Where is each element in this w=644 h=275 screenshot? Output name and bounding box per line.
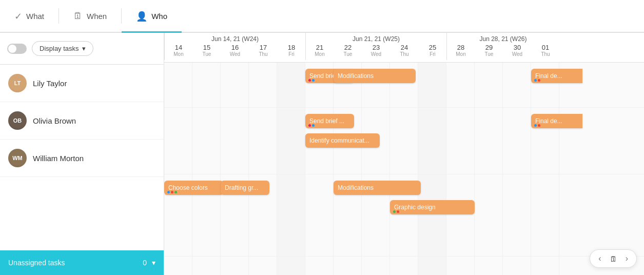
task-dots-2 [534, 124, 540, 127]
prev-button[interactable]: ‹ [595, 253, 604, 264]
calendar-header: Jun 14, 21 (W24) 14Mon 15Tue 16Wed 17Thu… [164, 33, 644, 63]
task-william-graphic-design[interactable]: Graphic design [390, 200, 475, 214]
task-dots-2 [393, 210, 399, 213]
week-25-label: Jun 21, 21 (W25) [306, 33, 446, 44]
dot-blue [312, 124, 315, 127]
task-william-drafting[interactable]: Drafting gr... [221, 181, 269, 195]
calendar-tab-icon: 🗓 [73, 11, 83, 22]
lane-william: Choose colors Drafting gr... Modificatio… [164, 174, 644, 257]
day-30: 30Wed [503, 44, 532, 60]
unassigned-tasks-row[interactable]: Unassigned tasks 0 ▾ [0, 250, 164, 275]
day-15: 15Tue [193, 44, 221, 60]
day-29: 29Tue [475, 44, 503, 60]
person-row-william[interactable]: WM William Morton [0, 140, 164, 177]
unassigned-count: 0 [143, 259, 147, 267]
day-18: 18Fri [278, 44, 306, 60]
task-william-modifications[interactable]: Modifications [334, 181, 421, 195]
tab-what[interactable]: ✓ What [0, 1, 58, 33]
task-olivia-identify[interactable]: Identify communicat... [305, 133, 380, 148]
task-label: Modifications [338, 184, 374, 191]
display-tasks-button[interactable]: Display tasks ▾ [32, 41, 93, 56]
task-label: Send brief ... [309, 117, 344, 125]
tab-when[interactable]: 🗓 When [59, 1, 121, 33]
calendar-area: Jun 14, 21 (W24) 14Mon 15Tue 16Wed 17Thu… [164, 33, 644, 275]
week-group-25: Jun 21, 21 (W25) 21Mon 22Tue 23Wed 24Thu… [305, 33, 446, 60]
day-23: 23Wed [362, 44, 391, 60]
person-row-olivia[interactable]: OB Olivia Brown [0, 102, 164, 140]
lane-lily: Send brief ... Modifications Final de... [164, 63, 644, 108]
avatar-lily: LT [8, 74, 27, 92]
dot-red [171, 191, 173, 193]
avatar-william-initials: WM [12, 155, 23, 161]
toggle-knob [8, 45, 16, 53]
week-24-label: Jun 14, 21 (W24) [165, 33, 305, 44]
sidebar-controls: Display tasks ▾ [0, 33, 164, 65]
task-label: Final de... [535, 72, 562, 80]
dot-blue [167, 191, 170, 193]
person-name-william: William Morton [33, 154, 84, 163]
person-row-lily[interactable]: LT Lily Taylor [0, 65, 164, 102]
week-group-26: Jun 28, 21 (W26) 28Mon 29Tue 30Wed 01Thu [446, 33, 559, 60]
calendar-body: Send brief ... Modifications Final de... [164, 63, 644, 275]
week-24-days: 14Mon 15Tue 16Wed 17Thu 18Fri [165, 44, 306, 60]
task-dots-2 [534, 79, 540, 82]
day-28: 28Mon [447, 44, 475, 60]
next-button[interactable]: › [622, 253, 631, 264]
day-21: 21Mon [306, 44, 334, 60]
task-label: Graphic design [394, 204, 436, 211]
dot-red [538, 124, 540, 127]
task-olivia-final[interactable]: Final de... [531, 114, 582, 128]
task-lily-final[interactable]: Final de... [531, 69, 582, 83]
check-icon: ✓ [14, 11, 22, 22]
tab-who[interactable]: 👤 Who [122, 1, 182, 33]
task-label: Final de... [535, 117, 562, 125]
task-label: Drafting gr... [225, 184, 258, 191]
calendar-nav-button[interactable]: 🗓 [607, 253, 620, 264]
dot-red [538, 79, 540, 82]
display-tasks-label: Display tasks [40, 45, 79, 52]
day-24: 24Thu [391, 44, 419, 60]
avatar-olivia: OB [8, 111, 27, 130]
task-lily-modifications[interactable]: Modifications [334, 69, 416, 83]
day-14: 14Mon [165, 44, 193, 60]
tab-when-label: When [87, 12, 107, 21]
avatar-olivia-initials: OB [13, 117, 22, 124]
unassigned-label: Unassigned tasks [8, 259, 65, 267]
day-22: 22Tue [334, 44, 362, 60]
day-16: 16Wed [221, 44, 249, 60]
tab-who-label: Who [151, 12, 167, 21]
person-name-lily: Lily Taylor [33, 79, 67, 88]
tabs-bar: ✓ What 🗓 When 👤 Who [0, 0, 644, 33]
day-17: 17Thu [249, 44, 278, 60]
task-label: Modifications [338, 72, 374, 80]
tab-what-label: What [26, 12, 44, 21]
week-group-24: Jun 14, 21 (W24) 14Mon 15Tue 16Wed 17Thu… [164, 33, 305, 60]
person-name-olivia: Olivia Brown [33, 116, 76, 125]
week-26-label: Jun 28, 21 (W26) [447, 33, 559, 44]
day-01: 01Thu [532, 44, 560, 60]
unassigned-right: 0 ▾ [143, 259, 155, 267]
main-content: Display tasks ▾ LT Lily Taylor OB Olivia… [0, 33, 644, 275]
dot-green [174, 191, 177, 193]
display-toggle[interactable] [7, 44, 27, 54]
person-tab-icon: 👤 [136, 11, 147, 22]
sidebar: Display tasks ▾ LT Lily Taylor OB Olivia… [0, 33, 164, 275]
dropdown-chevron-icon: ▾ [82, 45, 86, 52]
week-25-days: 21Mon 22Tue 23Wed 24Thu 25Fri [306, 44, 447, 60]
dot-red [397, 210, 399, 213]
week-26-days: 28Mon 29Tue 30Wed 01Thu [447, 44, 560, 60]
unassigned-chevron-icon: ▾ [152, 259, 155, 267]
task-dots [167, 191, 177, 193]
task-label: Identify communicat... [309, 137, 369, 144]
task-william-choose-colors[interactable]: Choose colors [164, 181, 223, 195]
avatar-william: WM [8, 149, 27, 167]
task-label: Choose colors [168, 184, 208, 191]
nav-buttons: ‹ 🗓 › [590, 249, 637, 268]
dot-blue [312, 79, 315, 82]
avatar-lily-initials: LT [14, 80, 21, 86]
task-olivia-send-brief[interactable]: Send brief ... [305, 114, 354, 128]
dot-blue2 [534, 124, 537, 127]
dot-green [393, 210, 396, 213]
task-dots [308, 79, 315, 82]
day-25: 25Fri [419, 44, 447, 60]
